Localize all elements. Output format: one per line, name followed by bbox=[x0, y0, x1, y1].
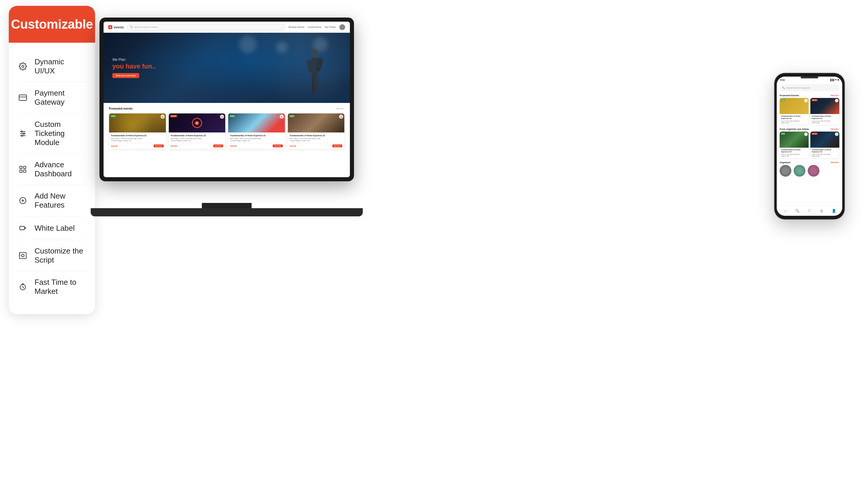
sidebar-item-custom-ticketing[interactable]: Custom Ticketing Module bbox=[18, 113, 86, 154]
svg-rect-1 bbox=[19, 95, 27, 101]
dashboard-icon bbox=[18, 164, 28, 174]
sidebar-item-payment-gateway[interactable]: Payment Gateway bbox=[18, 82, 86, 113]
panel-title: Customizable bbox=[11, 17, 93, 31]
laptop-screen: e eventz 🔍 Search events & more... Brows… bbox=[104, 22, 350, 177]
phone-search-bar[interactable]: 🔍 Search Event or organizer bbox=[780, 84, 839, 91]
nav-create[interactable]: Creat Events bbox=[308, 26, 321, 29]
event-title-2: Fundamentals of Home Espresso 22 bbox=[171, 134, 224, 137]
event-date-2: Mon | May 1, 2023 | 10:30 AM (GMT+5:30) bbox=[171, 138, 224, 139]
phone-event-date-1: Tue | 24 Jan 2024 10:30 AM (GMT+5:30) bbox=[781, 120, 807, 124]
panel-items-list: Dynamic UI/UX Payment Gateway Custom Tic… bbox=[9, 43, 95, 314]
phone-event-body-2: Fundamentals of Home Espresso 22 Tue | 2… bbox=[810, 114, 839, 125]
bookmark-icon-2[interactable]: 🔖 bbox=[220, 115, 224, 119]
phone-follow-heart-1[interactable]: ♡ bbox=[804, 133, 808, 136]
phone-time: 9:41 bbox=[780, 79, 785, 81]
phone-follow-card-2: $12.24 ♡ Fundamentals of Home Espresso 2… bbox=[810, 132, 839, 158]
website-hero: We Plan you have fun.. Find your next ev… bbox=[104, 33, 350, 103]
phone-nav-heart[interactable]: ♡ bbox=[806, 208, 813, 214]
event-badge-4: Free bbox=[289, 115, 295, 117]
event-price-1: $10.00 bbox=[111, 145, 117, 147]
phone-follow-body-1: Fundamentals of Home Espresso 22 Tue | 2… bbox=[780, 148, 809, 158]
buy-button-3[interactable]: Buy Now bbox=[273, 145, 283, 147]
phone-follow-img-1: Free ♡ bbox=[780, 132, 809, 148]
logo-text: eventz bbox=[114, 25, 124, 29]
nav-browse[interactable]: Browse Events bbox=[289, 26, 304, 29]
svg-rect-12 bbox=[23, 170, 26, 172]
event-card-body-2: Fundamentals of Home Espresso 22 Mon | M… bbox=[169, 133, 226, 149]
event-card-3: Free 🔖 Fundamentals of Home Espresso 22 … bbox=[228, 113, 285, 149]
phone-viewall-1[interactable]: View All » bbox=[831, 94, 839, 96]
phone-follow-badge-1: Free bbox=[781, 133, 785, 135]
nav-tickets[interactable]: My Tickets bbox=[325, 26, 336, 29]
phone-viewall-3[interactable]: View All » bbox=[831, 161, 839, 163]
phone-nav-home[interactable]: ⌂ bbox=[782, 208, 788, 214]
sidebar-item-label-ticketing: Custom Ticketing Module bbox=[35, 120, 86, 147]
phone-nav-search[interactable]: 🔍 bbox=[794, 208, 800, 214]
phone-event-card-2: $10.00 ♡ Fundamentals of Home Espresso 2… bbox=[810, 98, 839, 125]
phone-follow-body-2: Fundamentals of Home Espresso 22 Tue | 2… bbox=[810, 148, 839, 158]
event-badge-1: Free bbox=[111, 115, 116, 117]
phone-event-title-2: Fundamentals of Home Espresso 22 bbox=[812, 115, 838, 120]
phone-organizer-header: From organizer you follow View All » bbox=[777, 127, 842, 132]
buy-button-4[interactable]: Buy Now bbox=[332, 145, 342, 147]
organizer-avatar-3[interactable] bbox=[808, 165, 820, 177]
laptop-base bbox=[91, 208, 363, 216]
phone-events-row-1: Free ♡ Fundamentals of Home Espresso 22 … bbox=[777, 98, 842, 127]
svg-rect-9 bbox=[20, 166, 22, 169]
phone-event-badge-2: $10.00 bbox=[812, 99, 818, 101]
promoted-events-title: Promoted events bbox=[109, 107, 133, 110]
sidebar-item-label-fast-time: Fast Time to Market bbox=[35, 278, 86, 296]
organizer-avatar-1[interactable] bbox=[780, 165, 791, 177]
phone-event-title-1: Fundamentals of Home Espresso 22 bbox=[781, 115, 807, 120]
phone-org-section-title: Organizer bbox=[780, 161, 790, 164]
svg-point-22 bbox=[311, 49, 318, 58]
phone-viewall-2[interactable]: View All » bbox=[831, 128, 839, 130]
find-event-button[interactable]: Find your next event bbox=[112, 73, 139, 78]
sidebar-item-add-features[interactable]: Add New Features bbox=[18, 185, 86, 216]
hero-sub-text: We Plan bbox=[112, 58, 156, 62]
event-badge-2: $10.00 bbox=[170, 115, 177, 117]
phone-follow-heart-2[interactable]: ♡ bbox=[835, 133, 838, 136]
buy-button-2[interactable]: Buy Now bbox=[213, 145, 223, 147]
sidebar-item-label-dynamic-ui: Dynamic UI/UX bbox=[35, 57, 86, 76]
bookmark-icon-3[interactable]: 🔖 bbox=[280, 115, 284, 119]
sidebar-item-label-payment: Payment Gateway bbox=[35, 89, 86, 107]
event-footer-1: $10.00 Buy Now bbox=[111, 143, 164, 147]
phone-events-row-2: Free ♡ Fundamentals of Home Espresso 22 … bbox=[777, 132, 842, 160]
sidebar-item-dynamic-ui[interactable]: Dynamic UI/UX bbox=[18, 51, 86, 82]
event-image-2: B bbox=[169, 113, 226, 133]
bookmark-icon-4[interactable]: 🔖 bbox=[339, 115, 343, 119]
event-card-2: B $10.00 🔖 Fundamentals of Home Espresso… bbox=[169, 113, 226, 149]
phone-organizer-title: From organizer you follow bbox=[780, 128, 809, 130]
event-date-4: Mon | May 1, 2023 | 10:30 AM (GMT+5:30) bbox=[290, 138, 342, 139]
bookmark-icon-1[interactable]: 🔖 bbox=[161, 115, 165, 119]
svg-rect-16 bbox=[20, 226, 25, 230]
phone-heart-icon-1[interactable]: ♡ bbox=[804, 99, 808, 102]
phone-heart-icon-2[interactable]: ♡ bbox=[835, 99, 838, 102]
sidebar-item-white-label[interactable]: White Label bbox=[18, 216, 86, 240]
sidebar-item-advance-dashboard[interactable]: Advance Dashboard bbox=[18, 154, 86, 185]
event-price-2: $10.00 bbox=[171, 145, 177, 147]
website-navbar: e eventz 🔍 Search events & more... Brows… bbox=[104, 22, 350, 33]
phone-nav-profile[interactable]: 👤 bbox=[831, 208, 837, 214]
svg-rect-27 bbox=[314, 75, 318, 91]
phone-screen: 9:41 ▐▐▐ ≋ ▮ 🔍 Search Event or organizer… bbox=[777, 77, 842, 216]
signal-icon: ▐▐▐ bbox=[830, 79, 834, 81]
sidebar-item-customize-script[interactable]: Customize the Script bbox=[18, 240, 86, 271]
event-card-img-2: B $10.00 🔖 bbox=[169, 113, 226, 133]
logo-icon: e bbox=[108, 25, 112, 29]
svg-rect-17 bbox=[19, 253, 26, 259]
phone-promoted-title: Promoted Events bbox=[780, 94, 799, 97]
event-card-img-3: Free 🔖 bbox=[228, 113, 285, 133]
phone-nav-ticket[interactable]: ◇ bbox=[819, 208, 825, 214]
plus-circle-icon bbox=[18, 195, 28, 206]
buy-button-1[interactable]: Buy Now bbox=[154, 145, 164, 147]
sidebar-item-fast-time[interactable]: Fast Time to Market bbox=[18, 271, 86, 302]
phone-follow-title-1: Fundamentals of Home Espresso 22 bbox=[781, 149, 807, 154]
view-all-link[interactable]: View All » bbox=[336, 107, 345, 110]
label-icon bbox=[18, 223, 28, 233]
event-price-4: $10.00 bbox=[290, 145, 296, 147]
search-placeholder: Search events & more... bbox=[134, 26, 159, 29]
organizer-avatar-2[interactable] bbox=[794, 165, 805, 177]
website-search-bar[interactable]: 🔍 Search events & more... bbox=[127, 24, 285, 31]
